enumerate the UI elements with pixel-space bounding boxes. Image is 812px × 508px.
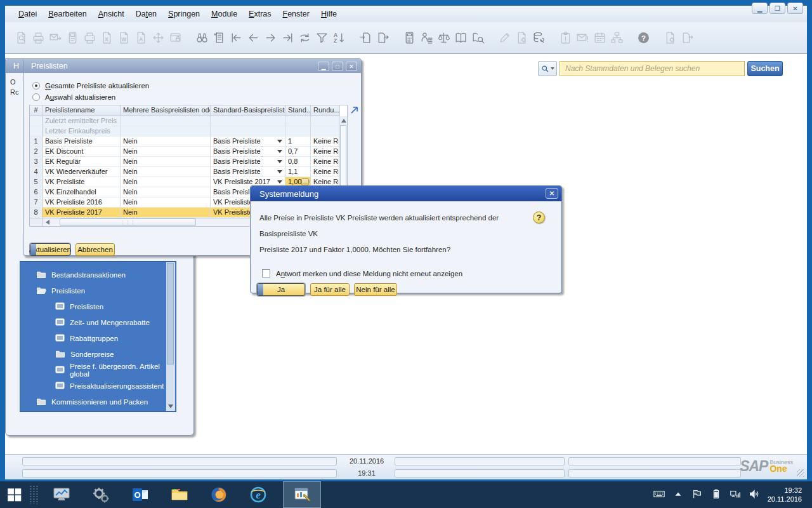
payment-calculator-icon[interactable] (401, 29, 418, 46)
std-base-pricelist-dropdown[interactable]: Basis Preisliste (211, 147, 285, 157)
tree-item-bestandstransaktionen[interactable]: Bestandstransaktionen (20, 267, 176, 283)
column-header-3[interactable]: Standard-Basispreisliste (211, 105, 285, 116)
table-cell[interactable] (311, 116, 340, 126)
table-cell[interactable]: Keine Ru (311, 147, 340, 157)
table-cell[interactable] (311, 126, 340, 137)
table-cell[interactable]: Nein (121, 177, 211, 187)
dialog-close-button[interactable]: ✕ (346, 62, 357, 71)
close-button[interactable]: ✕ (787, 3, 803, 14)
table-cell[interactable]: 2 (30, 147, 43, 157)
menu-fenster[interactable]: Fenster (277, 7, 315, 21)
menu-module[interactable]: Module (206, 7, 243, 21)
table-cell[interactable]: 0,8 (285, 157, 311, 167)
table-cell[interactable]: 5 (30, 177, 43, 187)
std-base-pricelist-dropdown[interactable]: Basis Preisliste (211, 137, 285, 147)
taskbar-file-explorer-icon[interactable] (165, 481, 194, 508)
column-header-0[interactable]: # (30, 105, 43, 116)
vscroll-thumb[interactable] (340, 125, 346, 189)
column-header-5[interactable]: Rundu... (311, 105, 340, 116)
help-icon[interactable]: ? (533, 211, 545, 224)
tree-item-zeit-und-mengenrabatte[interactable]: Zeit- und Mengenrabatte (20, 314, 176, 330)
radio-update-selection[interactable]: Auswahl aktualisieren (32, 93, 115, 101)
dialog-maximize-button[interactable]: □ (332, 62, 343, 71)
table-cell[interactable] (285, 126, 311, 137)
price-list-row-2[interactable]: 2EK DiscountNeinBasis Preisliste0,7Keine… (30, 147, 347, 157)
taskbar-sap-business-one-icon[interactable] (283, 481, 321, 508)
taskbar-clock[interactable]: 19:3220.11.2016 (768, 486, 806, 504)
taskbar-firefox-icon[interactable] (204, 481, 233, 508)
duplicate-in-icon[interactable] (357, 29, 374, 46)
menu-hilfe[interactable]: Hilfe (315, 7, 343, 21)
menu-datei[interactable]: Datei (13, 7, 43, 21)
tree-scrollbar[interactable] (166, 262, 175, 411)
price-list-row-4[interactable]: 4VK WiederverkäuferNeinBasis Preisliste1… (30, 167, 347, 177)
find-icon[interactable] (193, 29, 211, 46)
table-cell[interactable] (211, 126, 285, 137)
table-cell[interactable]: 4 (30, 167, 43, 177)
column-header-4[interactable]: Stand... (285, 105, 311, 116)
nein-fuer-alle-button[interactable]: Nein für alle (354, 283, 397, 296)
sort-table-icon[interactable]: AZ (331, 29, 348, 46)
dropdown-arrow-icon[interactable] (277, 150, 282, 153)
table-cell[interactable]: 6 (30, 187, 43, 197)
dropdown-arrow-icon[interactable] (277, 170, 282, 173)
price-list-row-1[interactable]: 1Basis PreislisteNeinBasis Preisliste1Ke… (30, 137, 347, 147)
scroll-up-icon[interactable] (341, 119, 346, 123)
table-cell[interactable]: EK Regulär (43, 157, 121, 167)
table-cell[interactable]: Nein (121, 137, 211, 147)
remember-answer-row[interactable]: Antwort merken und diese Meldung nicht e… (262, 269, 462, 277)
radio-update-whole-list[interactable]: Gesamte Preisliste aktualisieren (32, 82, 149, 90)
tray-hidden-icons-icon[interactable] (672, 488, 684, 502)
column-header-2[interactable]: Mehrere Basispreislisten oder... (121, 105, 211, 116)
table-cell[interactable]: 1 (285, 137, 311, 147)
document-journal-icon[interactable] (469, 29, 487, 46)
resize-grip[interactable] (797, 469, 804, 477)
table-cell[interactable]: Nein (121, 197, 211, 208)
table-cell[interactable] (211, 116, 285, 126)
factor-detail-button[interactable]: … (301, 178, 309, 185)
table-cell[interactable]: 8 (30, 208, 43, 218)
table-cell[interactable]: 7 (30, 197, 43, 208)
taskbar-settings-icon[interactable] (86, 481, 115, 508)
payment-wizard-icon[interactable] (418, 29, 435, 46)
minimize-button[interactable]: ▁ (752, 3, 768, 14)
tree-item-sonderpreise[interactable]: Sonderpreise (20, 346, 176, 362)
menu-springen[interactable]: Springen (162, 7, 206, 21)
table-cell[interactable]: VK Einzelhandel (43, 187, 121, 197)
table-cell[interactable]: 1 (30, 137, 43, 147)
table-cell[interactable]: Keine Ru (311, 157, 340, 167)
tray-battery-icon[interactable] (710, 488, 722, 502)
table-cell[interactable]: VK Preisliste 2017 (43, 208, 121, 218)
info-row[interactable]: Letzter Einkaufspreis (30, 126, 347, 137)
menu-daten[interactable]: Daten (130, 7, 162, 21)
journal-voucher-icon[interactable] (435, 29, 452, 46)
tray-flag-icon[interactable] (691, 488, 703, 502)
tree-scroll-down-icon[interactable] (168, 404, 173, 408)
refresh-record-icon[interactable] (296, 29, 313, 46)
table-cell[interactable]: Letzter Einkaufspreis (43, 126, 121, 137)
info-row[interactable]: Zuletzt ermittelter Preis (30, 116, 347, 126)
previous-record-icon[interactable] (245, 29, 262, 46)
table-cell[interactable] (285, 116, 311, 126)
global-search-input[interactable] (560, 61, 745, 76)
table-cell[interactable] (121, 116, 211, 126)
table-cell[interactable]: Nein (121, 147, 211, 157)
tray-volume-icon[interactable] (749, 488, 760, 502)
dropdown-arrow-icon[interactable] (277, 160, 282, 163)
dialog-minimize-button[interactable]: ▁ (318, 62, 329, 71)
checkbox-icon[interactable] (262, 269, 270, 277)
add-record-icon[interactable] (211, 29, 228, 46)
tree-item-kommissionieren-und-packen[interactable]: Kommissionieren und Packen (20, 394, 176, 410)
table-cell[interactable] (30, 116, 43, 126)
filter-table-icon[interactable] (313, 29, 331, 46)
table-cell[interactable]: VK Preisliste 2016 (43, 197, 121, 208)
ja-button[interactable]: Ja (257, 283, 305, 296)
table-cell[interactable]: 1,1 (285, 167, 311, 177)
tree-item-rabattgruppen[interactable]: Rabattgruppen (20, 330, 176, 346)
tree-item-preisaktualisierungsassistent[interactable]: Preisaktualisierungsassistent (20, 378, 176, 394)
table-cell[interactable]: Nein (121, 208, 211, 218)
table-cell[interactable]: Zuletzt ermittelter Preis (43, 116, 121, 126)
taskbar-outlook-icon[interactable]: O (126, 481, 155, 508)
expand-table-icon[interactable] (350, 105, 359, 115)
menu-extras[interactable]: Extras (243, 7, 277, 21)
